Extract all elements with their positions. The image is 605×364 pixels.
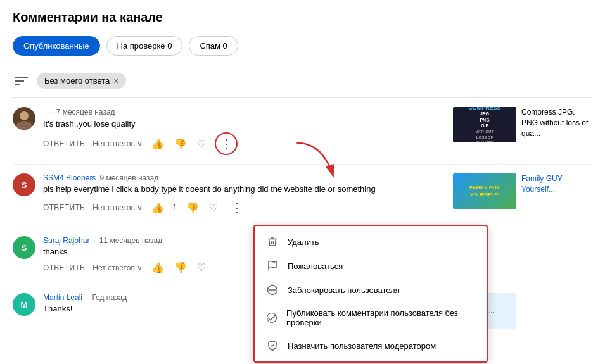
check-icon [266, 312, 277, 323]
table-row: S SSM4 Bloopers 9 месяцев назад pls help… [13, 165, 592, 227]
answers-count[interactable]: Нет ответов ∨ [92, 263, 143, 272]
comment-text: pls help everytime i click a body type i… [43, 184, 440, 194]
like-icon[interactable]: 👍 [150, 137, 165, 151]
page-title: Комментарии на канале [13, 10, 592, 25]
flag-icon [266, 260, 279, 272]
comment-time: Год назад [92, 293, 127, 302]
avatar [13, 107, 35, 130]
filter-chip-close[interactable]: × [113, 77, 118, 85]
reply-button[interactable]: ОТВЕТИТЬ [43, 263, 85, 272]
dropdown-item-block[interactable]: Заблокировать пользователя [255, 278, 487, 302]
comment-author: Martin Leali [43, 293, 82, 302]
thumbnail-image: FAMILY GUYYOURSELF! [453, 173, 516, 209]
comment-author: SSM4 Bloopers [43, 173, 96, 182]
dropdown-menu: Удалить Пожаловаться Заблокировать польз… [253, 225, 488, 363]
svg-point-0 [20, 111, 29, 120]
like-count: 1 [173, 203, 177, 212]
dropdown-item-label: Заблокировать пользователя [288, 286, 400, 295]
comment-author: Suraj Rajbhar [43, 236, 89, 245]
like-icon[interactable]: 👍 [150, 260, 165, 275]
dropdown-item-make-mod[interactable]: Назначить пользователя модератором [255, 334, 487, 358]
heart-icon[interactable]: ♡ [196, 137, 207, 151]
tab-review[interactable]: На проверке 0 [106, 36, 183, 56]
thumbnail-title: Compress JPG, PNG without loss of qua... [521, 107, 592, 139]
comments-area: · · 7 месяцев назад It's trash..you lose… [13, 98, 592, 337]
tab-spam[interactable]: Спам 0 [189, 36, 238, 56]
thumbnail-panel: COMPRESS JPGPNGGIF WITHOUTLOSS OFQUALITY… [453, 107, 592, 155]
dropdown-item-report[interactable]: Пожаловаться [255, 254, 487, 278]
dislike-icon[interactable]: 👎 [185, 201, 200, 215]
thumbnail-title[interactable]: Family GUY Yourself... [521, 173, 592, 195]
tabs-bar: Опубликованные На проверке 0 Спам 0 [13, 36, 592, 56]
thumbnail-panel: FAMILY GUYYOURSELF! Family GUY Yourself.… [453, 173, 592, 218]
avatar: S [13, 173, 35, 196]
reply-button[interactable]: ОТВЕТИТЬ [43, 139, 85, 148]
dropdown-item-delete[interactable]: Удалить [255, 230, 487, 254]
comment-separator: · [93, 236, 95, 245]
answers-count[interactable]: Нет ответов ∨ [92, 139, 143, 148]
trash-icon [266, 236, 279, 248]
answers-count[interactable]: Нет ответов ∨ [92, 203, 143, 212]
heart-icon[interactable]: ♡ [208, 201, 219, 215]
comment-body: SSM4 Bloopers 9 месяцев назад pls help e… [43, 173, 440, 218]
comment-time: 11 месяцев назад [99, 236, 163, 245]
comment-time: 7 месяцев назад [56, 108, 115, 116]
filter-chip-label: Без моего ответа [44, 76, 110, 85]
comment-actions: ОТВЕТИТЬ Нет ответов ∨ 👍 1 👎 ♡ ⋮ [43, 198, 440, 218]
dislike-icon[interactable]: 👎 [173, 260, 188, 275]
comment-meta: SSM4 Bloopers 9 месяцев назад [43, 173, 440, 182]
dislike-icon[interactable]: 👎 [173, 137, 188, 151]
tab-published[interactable]: Опубликованные [13, 36, 100, 56]
dropdown-item-label: Назначить пользователя модератором [288, 341, 436, 351]
comment-time: 9 месяцев назад [99, 173, 158, 182]
dropdown-item-label: Публиковать комментарии пользователя без… [286, 308, 475, 327]
comment-meta: · · 7 месяцев назад [43, 107, 440, 117]
comment-body: · · 7 месяцев назад It's trash..you lose… [43, 107, 440, 155]
more-options-button[interactable]: ⋮ [215, 132, 238, 155]
heart-icon[interactable]: ♡ [196, 260, 207, 275]
author-dots: · · [43, 107, 53, 117]
filter-chip: Без моего ответа × [37, 73, 126, 89]
like-icon[interactable]: 👍 [150, 201, 165, 215]
svg-point-1 [16, 121, 32, 130]
dropdown-item-label: Пожаловаться [288, 261, 343, 271]
comment-separator: · [86, 293, 88, 302]
reply-button[interactable]: ОТВЕТИТЬ [43, 203, 85, 212]
dropdown-item-label: Удалить [288, 237, 319, 247]
thumbnail-image: COMPRESS JPGPNGGIF WITHOUTLOSS OFQUALITY [453, 107, 516, 142]
avatar: S [13, 236, 35, 259]
table-row: · · 7 месяцев назад It's trash..you lose… [13, 98, 592, 165]
comment-actions: ОТВЕТИТЬ Нет ответов ∨ 👍 👎 ♡ ⋮ [43, 132, 440, 155]
shield-icon [266, 340, 279, 351]
block-icon [266, 284, 279, 296]
svg-line-8 [272, 345, 274, 347]
comment-text: It's trash..you lose quality [43, 119, 440, 129]
filter-row: Без моего ответа × [13, 73, 592, 89]
dropdown-item-publish-no-review[interactable]: Публиковать комментарии пользователя без… [255, 302, 487, 334]
filter-icon[interactable] [13, 75, 30, 87]
more-options-button[interactable]: ⋮ [227, 198, 247, 218]
avatar: M [13, 293, 35, 316]
